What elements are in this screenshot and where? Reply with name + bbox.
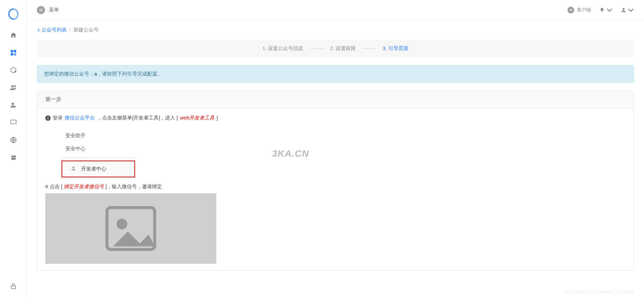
panel-header: 第一步: [37, 91, 634, 108]
svg-point-8: [11, 103, 14, 105]
breadcrumb-current: 新建公众号: [73, 27, 99, 33]
wechat-nav-illustration: 安全助手 安全中心 开发者中心: [61, 129, 135, 178]
nav-globe-icon[interactable]: [9, 136, 17, 144]
step-2: 2. 设置权限: [330, 45, 356, 52]
client-label: 客户端: [577, 7, 591, 13]
instruction-tool-em: web开发者工具: [180, 115, 215, 121]
client-icon: [568, 7, 574, 13]
svg-rect-13: [39, 10, 42, 10]
instruction-text-2: ]: [216, 115, 218, 121]
wechat-nav-highlighted: 开发者中心: [61, 160, 135, 178]
second-instruction-em: 绑定开发者微信号: [64, 184, 104, 189]
svg-rect-1: [13, 50, 16, 52]
step-divider: [363, 48, 376, 49]
svg-point-5: [14, 71, 16, 73]
footer-watermark: https://blog.csdn.net/weixin_52159736: [566, 290, 634, 294]
svg-rect-12: [39, 9, 42, 9]
svg-rect-16: [571, 9, 571, 11]
svg-rect-17: [572, 9, 572, 11]
svg-point-7: [14, 85, 16, 87]
svg-rect-9: [10, 120, 16, 124]
chevron-down-icon: [606, 7, 612, 13]
breadcrumb-separator: /: [69, 27, 71, 33]
nav-home-icon[interactable]: [9, 31, 17, 39]
nav-package-icon[interactable]: [9, 66, 17, 74]
sidebar: [0, 0, 27, 297]
svg-rect-2: [10, 53, 13, 55]
user-dropdown[interactable]: [621, 7, 634, 13]
watermark: 3KA.CN: [272, 148, 309, 159]
alert-bound-account: 您绑定的微信公众号：a，请按照下列引导完成配置。: [37, 65, 634, 83]
user-icon: [621, 7, 627, 13]
second-instruction: # 点击 [ 绑定开发者微信号 ]，输入微信号，邀请绑定: [45, 184, 626, 190]
svg-point-4: [15, 55, 16, 56]
alert-prefix: 您绑定的微信公众号：: [44, 71, 94, 77]
image-placeholder-icon: [101, 202, 161, 255]
nav-apps-icon[interactable]: [9, 49, 17, 57]
user-icon: [70, 165, 76, 172]
panel-step-1: 第一步 i 登录 微信公众平台，点击左侧菜单[开发者工具]，进入 [ web开发…: [37, 91, 634, 271]
instruction-text-1: ，点击左侧菜单[开发者工具]，进入 [: [97, 115, 178, 121]
wechat-nav-highlighted-label: 开发者中心: [81, 166, 106, 172]
chevron-down-icon: [628, 7, 634, 13]
instruction-line: i 登录 微信公众平台，点击左侧菜单[开发者工具]，进入 [ web开发者工具 …: [45, 115, 626, 121]
nav-store-icon[interactable]: [9, 153, 17, 161]
wechat-platform-link[interactable]: 微信公众平台: [65, 115, 95, 121]
client-link[interactable]: 客户端: [568, 7, 591, 13]
alert-suffix: ，请按照下列引导完成配置。: [97, 71, 162, 77]
logo[interactable]: [7, 0, 20, 31]
nav-user-settings-icon[interactable]: [9, 101, 17, 109]
svg-rect-14: [39, 11, 42, 11]
svg-rect-0: [10, 50, 13, 52]
step-3: 3. 引导页面: [383, 45, 409, 52]
breadcrumb: 公众号列表 / 新建公众号: [37, 27, 634, 40]
step-1: 1. 设置公众号信息: [262, 45, 303, 52]
nav-display-icon[interactable]: [9, 118, 17, 127]
step-divider: [310, 48, 323, 49]
instruction-login: 登录: [53, 115, 63, 121]
svg-point-19: [72, 166, 74, 168]
nav-lock-icon[interactable]: [9, 282, 17, 290]
second-instruction-suffix: ]，输入微信号，邀请绑定: [104, 184, 162, 189]
breadcrumb-back-link[interactable]: 公众号列表: [37, 27, 67, 33]
menu-toggle-icon[interactable]: [37, 6, 45, 14]
bell-icon: [599, 7, 605, 13]
svg-point-18: [623, 8, 625, 10]
notifications-dropdown[interactable]: [599, 7, 612, 13]
svg-rect-15: [570, 9, 571, 11]
wechat-nav-divider: [61, 157, 135, 158]
svg-point-21: [116, 219, 127, 230]
menu-label: 菜单: [49, 7, 59, 13]
svg-rect-11: [11, 286, 15, 289]
info-icon: i: [45, 115, 51, 121]
chevron-left-icon: [37, 28, 40, 32]
svg-point-6: [11, 85, 13, 88]
steps-bar: 1. 设置公众号信息 2. 设置权限 3. 引导页面: [37, 40, 634, 57]
image-placeholder: [45, 193, 216, 264]
nav-users-icon[interactable]: [9, 84, 17, 92]
second-instruction-prefix: # 点击 [: [45, 184, 64, 189]
wechat-nav-item: 安全助手: [61, 129, 135, 142]
wechat-nav-item: 安全中心: [61, 142, 135, 155]
topbar: 菜单 客户端: [27, 0, 644, 20]
content: 公众号列表 / 新建公众号 1. 设置公众号信息 2. 设置权限 3. 引导页面…: [27, 20, 644, 297]
